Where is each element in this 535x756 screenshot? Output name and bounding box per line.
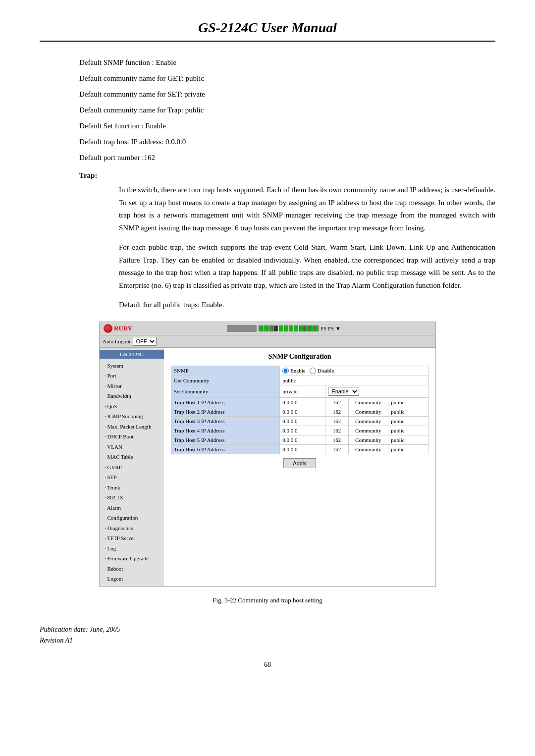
trap-host-5-label: Trap Host 5 IP Address (171, 435, 280, 444)
sidebar-item-trunk[interactable]: Trunk (100, 483, 164, 493)
sidebar-item-bandwidth[interactable]: Bandwidth (100, 391, 164, 401)
snmp-config-title: SNMP Configuration (171, 353, 428, 361)
port-light (309, 325, 314, 331)
trap-host-1-comm-label: Community (348, 397, 388, 407)
trap-host-2-label: Trap Host 2 IP Address (171, 407, 280, 416)
trap-host-2-port: 162 (325, 407, 348, 416)
port-light (268, 325, 273, 331)
auto-logout-label: Auto Logout (103, 338, 131, 344)
set-community-value: private (280, 385, 325, 397)
sidebar-item-tftp[interactable]: TFTP Server (100, 533, 164, 543)
trap-host-4-label: Trap Host 4 IP Address (171, 426, 280, 435)
snmp-table: SNMP Enable Disable (171, 366, 428, 454)
figure-caption: Fig. 3-22 Community and trap host settin… (40, 596, 495, 604)
nav-extra: FS FS ▼ (321, 325, 341, 331)
trap-host-3-comm-value: public (388, 416, 428, 426)
get-community-value: public (280, 376, 428, 385)
default-snmp: Default SNMP function : Enable (79, 56, 495, 68)
port-light (259, 325, 263, 331)
sidebar-item-stp[interactable]: STP (100, 472, 164, 483)
trap-host-4-comm-label: Community (348, 426, 388, 435)
snmp-enable-label[interactable]: Enable (282, 368, 306, 374)
trap-label: Trap: (79, 171, 495, 180)
get-community-label: Get Community (171, 376, 280, 385)
trap-host-6-port: 162 (325, 444, 348, 454)
snmp-radio-group: Enable Disable (282, 368, 426, 374)
main-layout: GS-2124C System Port Mirror Bandwidth Qo… (100, 348, 435, 586)
nav-bar: RUBY (100, 322, 435, 335)
auto-logout-select[interactable]: OFF (133, 337, 157, 346)
sidebar-item-vlan[interactable]: VLAN (100, 442, 164, 452)
sidebar-item-reboot[interactable]: Reboot (100, 564, 164, 574)
sidebar-item-mac[interactable]: MAC Table (100, 452, 164, 462)
page-title: GS-2124C User Manual (40, 20, 495, 42)
table-row: Get Community public (171, 376, 428, 385)
port-light (273, 325, 278, 331)
sidebar-item-port[interactable]: Port (100, 371, 164, 381)
trap-host-1-comm-value: public (388, 397, 428, 407)
trap-host-4-comm-value: public (388, 426, 428, 435)
screenshot-container: RUBY (99, 322, 436, 587)
sidebar-item-mirror[interactable]: Mirror (100, 381, 164, 391)
sidebar-item-gvrp[interactable]: GVRP (100, 462, 164, 473)
ruby-logo: RUBY (104, 324, 132, 333)
snmp-disable-label[interactable]: Disable (310, 368, 334, 374)
trap-host-2-comm-label: Community (348, 407, 388, 416)
port-light (289, 325, 293, 331)
pub-date: Publication date: June, 2005 (40, 624, 120, 635)
trap-host-1-ip: 0.0.0.0 (280, 397, 325, 407)
sidebar-item-igmp[interactable]: IGMP Snooping (100, 411, 164, 422)
trap-host-5-comm-label: Community (348, 435, 388, 444)
port-light (299, 325, 304, 331)
sidebar-item-config[interactable]: Configuration (100, 513, 164, 523)
port-light (279, 325, 283, 331)
trap-host-1-label: Trap Host 1 IP Address (171, 397, 280, 407)
revision: Revision A1 (40, 635, 120, 646)
set-community-select-cell: Enable Disable (325, 385, 428, 397)
table-row: Trap Host 4 IP Address 0.0.0.0 162 Commu… (171, 426, 428, 435)
sidebar-item-qos[interactable]: QoS (100, 401, 164, 412)
trap-host-2-ip: 0.0.0.0 (280, 407, 325, 416)
sidebar-header: GS-2124C (100, 350, 164, 359)
port-block-3 (299, 325, 319, 331)
sidebar-item-system[interactable]: System (100, 361, 164, 371)
default-get: Default community name for GET: public (79, 72, 495, 84)
sidebar-item-maxpacket[interactable]: Max. Packet Length (100, 422, 164, 432)
sidebar-item-dhcp[interactable]: DHCP Boot (100, 432, 164, 442)
trap-host-4-port: 162 (325, 426, 348, 435)
sidebar-item-firmware[interactable]: Firmware Upgrade (100, 553, 164, 564)
set-community-label: Set Community (171, 385, 280, 397)
apply-row: Apply (171, 458, 428, 468)
port-light (294, 325, 298, 331)
sidebar-item-log[interactable]: Log (100, 543, 164, 554)
trap-host-3-comm-label: Community (348, 416, 388, 426)
sidebar-item-diag[interactable]: Diagnostics (100, 523, 164, 534)
trap-host-6-ip: 0.0.0.0 (280, 444, 325, 454)
snmp-disable-radio[interactable] (310, 368, 316, 374)
sidebar-item-8021x[interactable]: 802.1X (100, 492, 164, 503)
snmp-enable-radio[interactable] (282, 368, 289, 374)
sidebar-item-alarm[interactable]: Alarm (100, 503, 164, 513)
default-set: Default community name for SET: private (79, 88, 495, 100)
table-row: Trap Host 5 IP Address 0.0.0.0 162 Commu… (171, 435, 428, 444)
set-community-select[interactable]: Enable Disable (328, 387, 359, 396)
trap-host-3-port: 162 (325, 416, 348, 426)
apply-button[interactable]: Apply (283, 458, 316, 468)
port-light (284, 325, 288, 331)
port-light (304, 325, 309, 331)
trap-host-4-ip: 0.0.0.0 (280, 426, 325, 435)
trap-host-6-label: Trap Host 6 IP Address (171, 444, 280, 454)
trap-host-3-ip: 0.0.0.0 (280, 416, 325, 426)
trap-host-6-comm-value: public (388, 444, 428, 454)
sidebar-item-logout[interactable]: Logout (100, 574, 164, 584)
trap-host-3-label: Trap Host 3 IP Address (171, 416, 280, 426)
trap-section: Trap: In the switch, there are four trap… (79, 171, 495, 312)
snmp-disable-text: Disable (318, 368, 334, 374)
table-row: SNMP Enable Disable (171, 366, 428, 376)
trap-default: Default for all public traps: Enable. (119, 299, 495, 312)
table-row: Trap Host 1 IP Address 0.0.0.0 162 Commu… (171, 397, 428, 407)
default-set-func: Default Set function : Enable (79, 120, 495, 132)
trap-host-5-comm-value: public (388, 435, 428, 444)
port-block-2 (279, 325, 298, 331)
default-trap: Default community name for Trap: public (79, 104, 495, 116)
